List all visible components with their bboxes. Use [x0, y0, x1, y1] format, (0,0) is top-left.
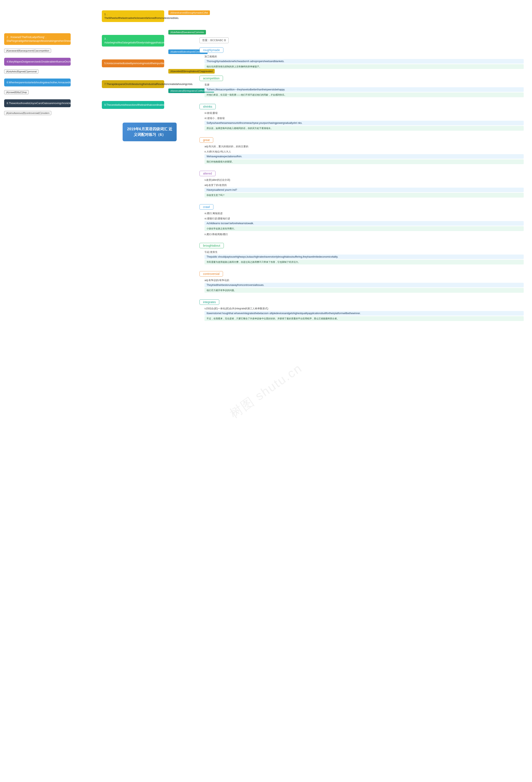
- entry-roughlymade: roughlymade 加工粗糙的 Thoroughlymadebedonwhi…: [200, 47, 524, 69]
- entry-great: great adj.伟大的，重大的很好的，好的主要的 n.大师/大地位/伟人/大…: [200, 137, 524, 164]
- cq-1: 1．TheWheelsofthelastroadvehicleswerefahi…: [102, 10, 164, 22]
- cq-3: 3．AstarbeginslifeaSalargeballofSlowlyrot…: [102, 35, 164, 46]
- answer-2: (A)anaward(B)anargument(C)acompetition: [4, 48, 71, 54]
- question-6: 6.Whenherparentsstartedshoutingateachoth…: [4, 78, 71, 86]
- answers-summary: 答案：BCCBABC B: [200, 37, 524, 43]
- question-4: 4.MaryMapesDodgeexercisedcOnsiderableinf…: [4, 58, 71, 66]
- cq-9: 9.Thecerebellumisthesectionofthebraintha…: [102, 101, 164, 109]
- entry-broughtabout: broughtabout 引起;使发生 Thepublic shouldpayt…: [200, 243, 524, 264]
- page-title: 2019年6月英语四级词汇 近义词配对练习（6）: [122, 122, 177, 141]
- entry-acompetition: acompetition 竞赛 Tothem,lifeisacompetitio…: [200, 76, 524, 97]
- entry-controversial: controversial adj.有争议的/有争论的 Theytriedthe…: [200, 271, 524, 293]
- entry-integrates: integrates v.归结合(把)一体化(把)合并(integrate的第三…: [200, 299, 524, 321]
- ra-3: (A)deflates(B)weakens(C)shrinks: [168, 30, 206, 34]
- entry-crawl: crawl vi.爬行;匍匐前进 vi.缓慢行进;缓慢地行进 Achildlea…: [200, 204, 524, 236]
- ra-1: (A)handcarved(B)roughlymade(C)flat: [168, 10, 210, 15]
- entry-shrinks: shrinks vi.收缩;萎缩 vt.使缩小，使收缩 Soifyouhavet…: [200, 104, 524, 131]
- cq-5: 5.Ironisconvertedtosteelbyremovingmostof…: [102, 60, 164, 67]
- center-questions-panel: 1．TheWheelsofthelastroadvehicleswerefahi…: [102, 10, 164, 113]
- cq-7: 7.TherapidexpansiOnofcitiesduringtheIndu…: [102, 80, 164, 88]
- left-questions-panel: 2．KnownaS'TheFirstLadyofSong'，EllaFitzge…: [4, 33, 71, 120]
- answer-6: (A)crawl(B)fly(C)hop: [4, 90, 71, 96]
- entry-altered: altered v.改变(alter的过去分词) adj.改变了的/改变的 Ha…: [200, 171, 524, 198]
- answer-8: (A)simultaneous(B)controversial(C)modern: [4, 111, 71, 116]
- main-detail-panel: 答案：BCCBABC B roughlymade 加工粗糙的 Thoroughl…: [200, 37, 524, 328]
- question-2: 2．KnownaS'TheFirstLadyofSong'，EllaFitzge…: [4, 33, 71, 45]
- question-8: 8.TheworksofnovelistJoyceCarolOatesaremo…: [4, 99, 71, 107]
- answer-4: (A)stylistic(B)great(C)personal: [4, 69, 71, 75]
- watermark: 树图 shutu.cn: [226, 360, 306, 422]
